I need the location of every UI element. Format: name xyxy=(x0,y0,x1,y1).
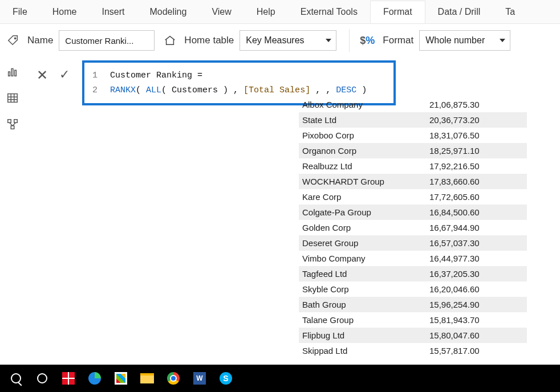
format-icon: $% xyxy=(360,35,375,47)
home-table-select[interactable]: Key Measures xyxy=(240,30,336,51)
svg-rect-1 xyxy=(9,72,10,76)
taskbar-word-icon[interactable]: W xyxy=(188,367,211,390)
code-kw: ALL xyxy=(146,85,161,95)
value-cell: 17,72,605.60 xyxy=(427,192,527,202)
svg-rect-10 xyxy=(14,120,18,123)
value-cell: 15,81,943.70 xyxy=(427,315,527,325)
customer-name-cell: State Ltd xyxy=(299,115,427,125)
commit-formula-button[interactable]: ✓ xyxy=(59,67,70,83)
cancel-formula-button[interactable]: ✕ xyxy=(36,67,48,83)
table-row[interactable]: Flipbug Ltd15,80,047.60 xyxy=(299,328,527,343)
table-row[interactable]: Talane Group15,81,943.70 xyxy=(299,312,527,328)
model-view-icon[interactable] xyxy=(6,117,19,131)
value-cell: 16,37,205.30 xyxy=(427,269,527,279)
taskbar-explorer-icon[interactable] xyxy=(136,367,159,390)
view-rail xyxy=(0,57,25,131)
customer-name-cell: Skyble Corp xyxy=(299,284,427,294)
windows-taskbar: W S xyxy=(0,365,560,392)
table-row[interactable]: State Ltd20,36,773.20 xyxy=(299,112,527,128)
format-value: Whole number xyxy=(425,35,485,46)
table-row[interactable]: Vimbo Company16,44,977.30 xyxy=(299,251,527,266)
value-cell: 20,36,773.20 xyxy=(427,115,527,125)
ribbon-tabs: FileHomeInsertModelingViewHelpExternal T… xyxy=(0,0,560,24)
name-label: Name xyxy=(27,35,53,46)
value-cell: 16,67,944.90 xyxy=(427,223,527,232)
svg-rect-2 xyxy=(11,69,13,76)
customer-name-cell: Flipbug Ltd xyxy=(299,330,427,340)
table-row[interactable]: Golden Corp16,67,944.90 xyxy=(299,220,527,235)
customer-name-cell: Albox Company xyxy=(299,100,427,109)
tag-icon xyxy=(7,34,19,47)
format-select[interactable]: Whole number xyxy=(419,30,510,51)
code-fn: RANKX xyxy=(110,85,136,95)
table-row[interactable]: Colgate-Pa Group16,84,500.60 xyxy=(299,205,527,220)
ribbon-tab-data-drill[interactable]: Data / Drill xyxy=(425,1,493,23)
table-row[interactable]: Organon Corp18,25,971.10 xyxy=(299,143,527,158)
ribbon-tab-ta[interactable]: Ta xyxy=(493,1,527,23)
taskbar-skype-icon[interactable]: S xyxy=(214,367,237,390)
code-column: [Total Sales] xyxy=(244,85,310,95)
home-icon xyxy=(164,34,176,47)
taskbar-search-icon[interactable] xyxy=(5,367,27,390)
svg-line-12 xyxy=(10,122,13,126)
code-kw: DESC xyxy=(336,85,356,95)
table-row[interactable]: Deseret Group16,57,037.30 xyxy=(299,235,527,251)
customer-name-cell: Skippad Ltd xyxy=(299,346,427,356)
customer-name-cell: Bath Group xyxy=(299,300,427,309)
ribbon-tab-insert[interactable]: Insert xyxy=(89,1,137,23)
ribbon-tab-format[interactable]: Format xyxy=(370,1,425,23)
table-row[interactable]: Realbuzz Ltd17,92,216.50 xyxy=(299,158,527,174)
value-cell: 18,31,076.50 xyxy=(427,130,527,140)
taskbar-store-icon[interactable] xyxy=(109,367,132,390)
divider xyxy=(349,29,350,52)
measure-name-input[interactable] xyxy=(59,30,155,51)
customer-name-cell: Deseret Group xyxy=(299,238,427,248)
format-label: Format xyxy=(383,35,413,46)
ribbon-tab-modeling[interactable]: Modeling xyxy=(137,1,199,23)
data-view-icon[interactable] xyxy=(6,91,19,105)
table-row[interactable]: Bath Group15,96,254.90 xyxy=(299,297,527,312)
customer-name-cell: WOCKHARDT Group xyxy=(299,177,427,186)
report-view-icon[interactable] xyxy=(6,65,19,79)
line-number: 2 xyxy=(92,83,100,98)
customer-name-cell: Kare Corp xyxy=(299,192,427,202)
svg-rect-9 xyxy=(8,120,11,123)
customer-name-cell: Organon Corp xyxy=(299,146,427,156)
taskbar-edge-icon[interactable] xyxy=(83,367,106,390)
svg-line-13 xyxy=(13,122,16,126)
value-cell: 16,57,037.30 xyxy=(427,238,527,248)
table-row[interactable]: Kare Corp17,72,605.60 xyxy=(299,189,527,205)
table-row[interactable]: Skippad Ltd15,57,817.00 xyxy=(299,343,527,358)
ribbon-tab-help[interactable]: Help xyxy=(244,1,288,23)
code-table: Customers xyxy=(172,85,218,95)
taskbar-cortana-icon[interactable] xyxy=(31,367,54,390)
svg-rect-11 xyxy=(11,126,14,129)
value-cell: 15,96,254.90 xyxy=(427,300,527,309)
ribbon-tab-file[interactable]: File xyxy=(0,1,40,23)
table-row[interactable]: Tagfeed Ltd16,37,205.30 xyxy=(299,266,527,281)
properties-bar: Name Home table Key Measures $% Format W… xyxy=(0,24,560,57)
customer-name-cell: Talane Group xyxy=(299,315,427,325)
svg-point-0 xyxy=(14,38,15,39)
data-table: Albox Company21,06,875.30State Ltd20,36,… xyxy=(299,97,527,358)
customer-name-cell: Realbuzz Ltd xyxy=(299,161,427,171)
formula-actions: ✕ ✓ xyxy=(36,67,70,83)
ribbon-tab-view[interactable]: View xyxy=(199,1,244,23)
line-number: 1 xyxy=(92,68,100,83)
table-row[interactable]: Pixoboo Corp18,31,076.50 xyxy=(299,128,527,143)
workspace: ✕ ✓ 1 Customer Ranking = 2 RANKX( ALL( C… xyxy=(31,57,560,365)
value-cell: 17,83,660.60 xyxy=(427,177,527,186)
taskbar-gift-icon[interactable] xyxy=(57,367,80,390)
value-cell: 17,92,216.50 xyxy=(427,161,527,171)
ribbon-tab-external-tools[interactable]: External Tools xyxy=(288,1,370,23)
value-cell: 21,06,875.30 xyxy=(427,100,527,109)
table-row[interactable]: WOCKHARDT Group17,83,660.60 xyxy=(299,174,527,189)
customer-name-cell: Golden Corp xyxy=(299,223,427,232)
ribbon-tab-home[interactable]: Home xyxy=(40,1,90,23)
value-cell: 15,80,047.60 xyxy=(427,330,527,340)
table-row[interactable]: Albox Company21,06,875.30 xyxy=(299,97,527,112)
value-cell: 16,44,977.30 xyxy=(427,254,527,263)
home-table-value: Key Measures xyxy=(246,35,304,46)
taskbar-chrome-icon[interactable] xyxy=(162,367,185,390)
table-row[interactable]: Skyble Corp16,20,046.60 xyxy=(299,281,527,297)
